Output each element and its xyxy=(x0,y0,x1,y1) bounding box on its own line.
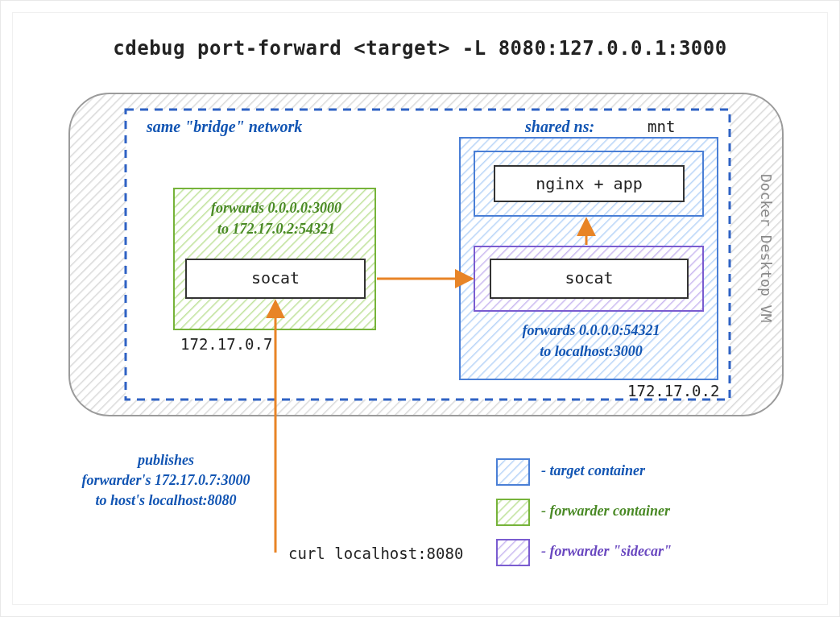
command-title: cdebug port-forward <target> -L 8080:127… xyxy=(13,37,827,60)
curl-label: curl localhost:8080 xyxy=(288,545,463,562)
forwarder-desc-l1: forwards 0.0.0.0:3000 xyxy=(182,200,370,217)
publishes-l2: forwarder's 172.17.0.7:3000 xyxy=(61,472,271,489)
legend-swatch-sidecar xyxy=(497,540,529,565)
forwarder-desc-l2: to 172.17.0.2:54321 xyxy=(182,221,370,238)
ip-target: 172.17.0.2 xyxy=(627,382,719,400)
legend-swatch-forwarder xyxy=(497,499,529,525)
docker-vm-label: Docker Desktop VM xyxy=(758,174,775,322)
diagram-svg xyxy=(13,13,829,606)
sidecar-desc-l2: to localhost:3000 xyxy=(466,343,716,360)
publishes-l3: to host's localhost:8080 xyxy=(61,492,271,509)
publishes-l1: publishes xyxy=(61,452,271,469)
socat-right-label: socat xyxy=(490,268,688,288)
sidecar-desc-l1: forwards 0.0.0.0:54321 xyxy=(466,322,716,339)
bridge-network-label: same "bridge" network xyxy=(147,118,302,136)
diagram-frame: cdebug port-forward <target> -L 8080:127… xyxy=(0,0,840,617)
nginx-label: nginx + app xyxy=(494,174,684,193)
diagram-canvas: cdebug port-forward <target> -L 8080:127… xyxy=(12,12,828,605)
ip-forwarder: 172.17.0.7 xyxy=(180,335,272,353)
socat-left-label: socat xyxy=(186,268,365,288)
legend-target-label: - target container xyxy=(541,462,645,479)
legend-swatch-target xyxy=(497,459,529,485)
mnt-label: mnt xyxy=(648,118,675,135)
legend-sidecar-label: - forwarder "sidecar" xyxy=(541,543,672,560)
shared-ns-label: shared ns: xyxy=(525,118,594,136)
legend-forwarder-label: - forwarder container xyxy=(541,503,670,520)
